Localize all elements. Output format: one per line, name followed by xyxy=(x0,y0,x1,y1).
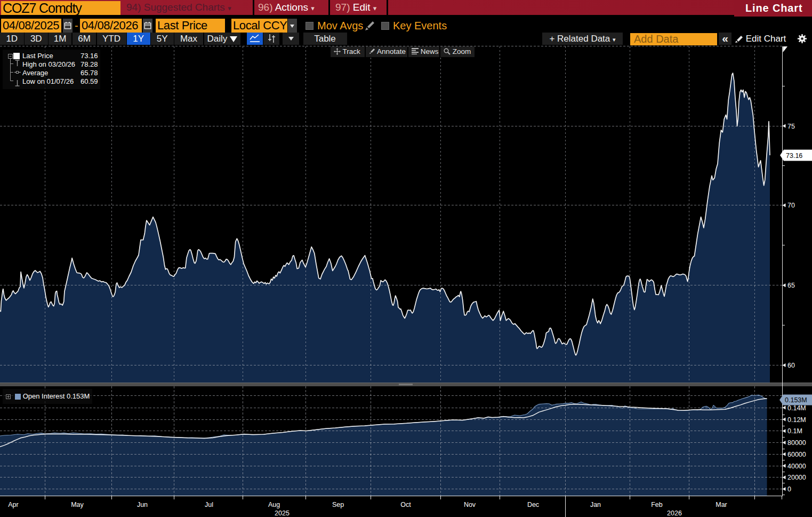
svg-text:60: 60 xyxy=(787,362,795,369)
svg-text:Mar: Mar xyxy=(715,501,727,508)
svg-text:Nov: Nov xyxy=(464,501,476,508)
svg-text:0: 0 xyxy=(787,486,791,493)
svg-text:2026: 2026 xyxy=(667,510,682,517)
svg-text:40000: 40000 xyxy=(787,463,806,470)
svg-text:Jun: Jun xyxy=(137,501,148,508)
svg-text:73.16: 73.16 xyxy=(786,152,802,160)
svg-text:Jan: Jan xyxy=(590,501,601,508)
svg-text:70: 70 xyxy=(787,202,795,209)
svg-text:2025: 2025 xyxy=(275,510,290,517)
svg-text:Feb: Feb xyxy=(651,501,663,508)
svg-text:Aug: Aug xyxy=(268,501,280,508)
svg-text:0.14M: 0.14M xyxy=(787,404,806,412)
svg-text:0.153M: 0.153M xyxy=(785,396,807,404)
svg-text:Dec: Dec xyxy=(527,501,539,508)
svg-text:65: 65 xyxy=(787,282,795,289)
svg-text:May: May xyxy=(71,501,84,508)
svg-text:20000: 20000 xyxy=(787,474,806,481)
svg-text:60000: 60000 xyxy=(787,451,806,458)
svg-text:75: 75 xyxy=(787,123,795,130)
svg-text:80000: 80000 xyxy=(787,439,806,447)
svg-text:0.1M: 0.1M xyxy=(787,427,802,435)
svg-text:Jul: Jul xyxy=(205,501,213,508)
svg-text:Sep: Sep xyxy=(332,501,344,508)
svg-text:Apr: Apr xyxy=(8,501,18,508)
svg-text:0.12M: 0.12M xyxy=(787,416,806,424)
svg-text:Oct: Oct xyxy=(400,501,411,508)
